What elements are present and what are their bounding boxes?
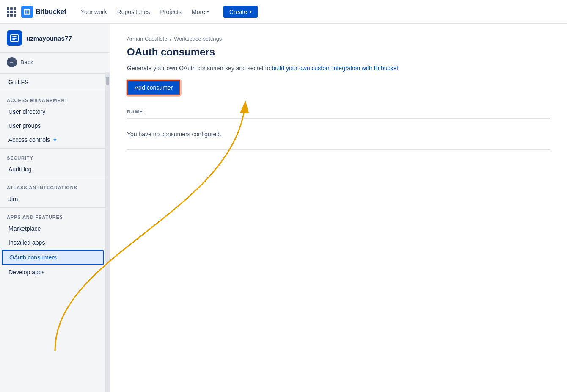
workspace-name: uzmayounas77 xyxy=(26,35,72,42)
scrollbar-thumb xyxy=(106,77,109,85)
sidebar: uzmayounas77 ← Back Git LFS Access Manag… xyxy=(0,24,110,392)
sidebar-scroll-content: Git LFS Access Management User directory… xyxy=(0,72,105,392)
sidebar-item-develop-apps[interactable]: Develop apps xyxy=(2,265,104,279)
sidebar-divider-1 xyxy=(0,73,105,74)
sidebar-item-git-lfs[interactable]: Git LFS xyxy=(2,75,104,89)
layout: uzmayounas77 ← Back Git LFS Access Manag… xyxy=(0,24,567,392)
topnav-links: Your work Repositories Projects More ▾ xyxy=(77,6,213,18)
sidebar-divider-5 xyxy=(0,207,105,208)
sidebar-item-user-groups[interactable]: User groups xyxy=(2,119,104,133)
sidebar-divider-4 xyxy=(0,178,105,178)
spark-icon: ✦ xyxy=(52,136,58,143)
nav-your-work[interactable]: Your work xyxy=(77,6,111,18)
sidebar-divider-3 xyxy=(0,148,105,149)
table-header-name: Name xyxy=(127,109,550,115)
back-button[interactable]: ← Back xyxy=(0,53,110,72)
section-label-access-management: Access Management xyxy=(0,93,105,105)
table-header: Name xyxy=(127,105,550,119)
page-title: OAuth consumers xyxy=(127,46,550,58)
table-body: You have no consumers configured. xyxy=(127,119,550,150)
sidebar-scrollbar[interactable] xyxy=(105,72,110,392)
sidebar-item-access-controls[interactable]: Access controls ✦ xyxy=(2,133,104,146)
sidebar-item-user-directory[interactable]: User directory xyxy=(2,105,104,119)
nav-more[interactable]: More ▾ xyxy=(187,6,213,18)
description-link[interactable]: build your own custom integration with B… xyxy=(272,65,400,72)
create-chevron-icon: ▾ xyxy=(250,9,252,14)
breadcrumb-separator: / xyxy=(170,36,171,42)
empty-message: You have no consumers configured. xyxy=(127,124,550,144)
breadcrumb-page: Workspace settings xyxy=(174,36,222,42)
breadcrumb-workspace[interactable]: Arman Castillote xyxy=(127,36,167,42)
nav-repositories[interactable]: Repositories xyxy=(113,6,154,18)
sidebar-item-installed-apps[interactable]: Installed apps xyxy=(2,236,104,249)
workspace-avatar xyxy=(7,30,22,46)
more-chevron-icon: ▾ xyxy=(207,9,209,14)
sidebar-item-jira[interactable]: Jira xyxy=(2,192,104,206)
sidebar-item-oauth-consumers[interactable]: OAuth consumers xyxy=(2,250,104,265)
logo-text: Bitbucket xyxy=(36,8,66,16)
back-arrow-icon: ← xyxy=(7,57,17,67)
table-row-empty: You have no consumers configured. xyxy=(127,119,550,150)
nav-projects[interactable]: Projects xyxy=(156,6,186,18)
breadcrumb: Arman Castillote / Workspace settings xyxy=(127,36,550,42)
add-consumer-button[interactable]: Add consumer xyxy=(127,80,180,95)
section-label-apps-features: Apps and Features xyxy=(0,210,105,221)
create-button[interactable]: Create ▾ xyxy=(223,6,258,18)
main-content: Arman Castillote / Workspace settings OA… xyxy=(110,24,567,392)
topnav: Bitbucket Your work Repositories Project… xyxy=(0,0,567,24)
sidebar-scroll-area: Git LFS Access Management User directory… xyxy=(0,72,110,392)
logo[interactable]: Bitbucket xyxy=(21,6,66,18)
sidebar-item-marketplace[interactable]: Marketplace xyxy=(2,222,104,235)
sidebar-item-audit-log[interactable]: Audit log xyxy=(2,163,104,176)
page-description: Generate your own OAuth consumer key and… xyxy=(127,65,550,72)
apps-grid-icon[interactable] xyxy=(7,7,16,17)
section-label-security: Security xyxy=(0,150,105,162)
section-label-atlassian-integrations: Atlassian Integrations xyxy=(0,180,105,192)
sidebar-header: uzmayounas77 xyxy=(0,24,110,53)
sidebar-divider-2 xyxy=(0,91,105,91)
